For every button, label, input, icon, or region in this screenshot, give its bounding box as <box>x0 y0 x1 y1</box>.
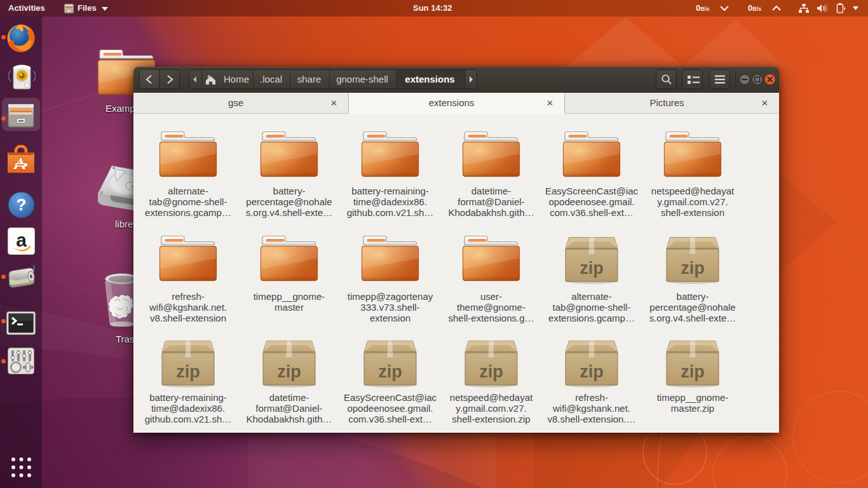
svg-text:?: ? <box>17 195 27 214</box>
svg-text:a: a <box>16 229 27 250</box>
